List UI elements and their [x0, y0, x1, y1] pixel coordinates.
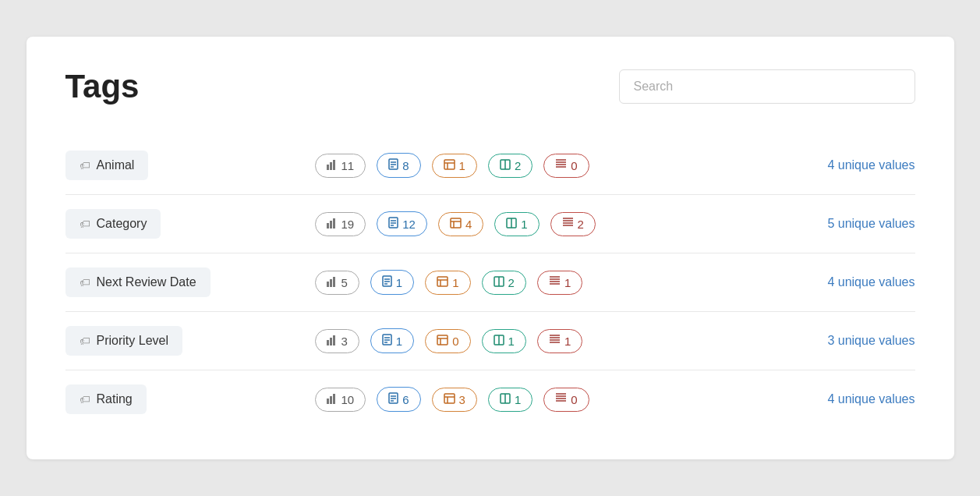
main-card: Tags 🏷Animal1181204 unique values🏷Catego… — [27, 37, 954, 459]
badge-value: 6 — [402, 393, 409, 406]
badge-value: 2 — [578, 218, 584, 231]
badge-icon — [327, 335, 338, 348]
badge-orange-animal[interactable]: 1 — [432, 154, 477, 178]
tag-button-next-review-date[interactable]: 🏷Next Review Date — [65, 267, 211, 297]
svg-rect-33 — [330, 279, 332, 287]
badge-icon — [555, 393, 567, 406]
badge-value: 1 — [459, 159, 465, 172]
search-input[interactable] — [619, 69, 915, 104]
badge-teal-next-review-date[interactable]: 2 — [482, 271, 526, 295]
svg-rect-16 — [327, 223, 329, 229]
badge-orange-priority-level[interactable]: 0 — [425, 329, 470, 353]
badge-teal-animal[interactable]: 2 — [488, 154, 532, 178]
badge-gray-animal[interactable]: 11 — [315, 154, 366, 178]
badge-icon — [450, 218, 462, 231]
page-header: Tags — [65, 68, 915, 105]
badges-col: 106310 — [315, 387, 791, 412]
badge-value: 2 — [515, 159, 521, 172]
svg-rect-1 — [330, 162, 332, 170]
unique-values-category[interactable]: 5 unique values — [791, 217, 915, 231]
tag-icon: 🏷 — [80, 335, 90, 347]
tag-button-rating[interactable]: 🏷Rating — [65, 384, 147, 414]
badge-value: 1 — [396, 276, 402, 289]
badge-value: 5 — [341, 276, 348, 289]
svg-rect-39 — [437, 277, 448, 286]
badge-red-next-review-date[interactable]: 1 — [537, 271, 582, 295]
tag-label: Rating — [97, 392, 133, 406]
badge-teal-priority-level[interactable]: 1 — [482, 329, 526, 353]
badge-icon — [444, 393, 455, 406]
badge-gray-category[interactable]: 19 — [315, 212, 366, 236]
badge-icon — [549, 335, 561, 348]
tag-label: Priority Level — [97, 334, 168, 348]
svg-rect-17 — [330, 221, 332, 229]
badge-icon — [327, 276, 338, 289]
badge-red-priority-level[interactable]: 1 — [537, 329, 582, 353]
unique-values-priority-level[interactable]: 3 unique values — [791, 334, 915, 348]
badge-icon — [437, 335, 448, 348]
svg-rect-23 — [451, 218, 461, 228]
badge-icon — [437, 276, 448, 289]
badge-blue-rating[interactable]: 6 — [377, 387, 420, 412]
badge-icon — [327, 159, 338, 172]
tag-button-priority-level[interactable]: 🏷Priority Level — [65, 326, 182, 356]
badge-icon — [555, 159, 567, 172]
svg-rect-32 — [327, 282, 329, 287]
badge-orange-category[interactable]: 4 — [438, 212, 483, 236]
tag-label: Next Review Date — [97, 275, 196, 289]
badge-blue-priority-level[interactable]: 1 — [370, 328, 414, 353]
unique-values-next-review-date[interactable]: 4 unique values — [791, 275, 915, 289]
badge-value: 3 — [341, 335, 348, 348]
badge-red-rating[interactable]: 0 — [543, 388, 589, 412]
badge-red-category[interactable]: 2 — [550, 212, 596, 236]
badge-value: 8 — [402, 159, 409, 172]
badge-value: 3 — [459, 393, 465, 406]
unique-values-rating[interactable]: 4 unique values — [791, 392, 915, 406]
badge-teal-category[interactable]: 1 — [494, 212, 539, 236]
badge-value: 19 — [341, 218, 355, 231]
tags-list: 🏷Animal1181204 unique values🏷Category191… — [65, 136, 915, 428]
badges-col: 51121 — [315, 270, 791, 295]
svg-rect-66 — [333, 394, 335, 404]
tag-label-col: 🏷Next Review Date — [65, 267, 315, 297]
tag-label: Animal — [97, 158, 135, 172]
tag-label-col: 🏷Priority Level — [65, 326, 315, 356]
badge-icon — [500, 159, 511, 172]
tag-button-animal[interactable]: 🏷Animal — [65, 151, 149, 180]
badge-gray-rating[interactable]: 10 — [315, 388, 366, 412]
svg-rect-48 — [327, 340, 329, 345]
svg-rect-65 — [330, 396, 332, 404]
svg-rect-50 — [333, 335, 335, 345]
badge-teal-rating[interactable]: 1 — [488, 388, 532, 412]
badge-red-animal[interactable]: 0 — [543, 154, 589, 178]
badges-col: 31011 — [315, 328, 791, 353]
svg-rect-64 — [327, 399, 329, 404]
badge-blue-animal[interactable]: 8 — [377, 153, 420, 178]
badge-blue-category[interactable]: 12 — [377, 211, 427, 236]
svg-rect-49 — [330, 338, 332, 345]
badge-value: 4 — [465, 218, 472, 231]
badge-value: 10 — [341, 393, 355, 406]
badge-value: 1 — [452, 276, 458, 289]
tag-button-category[interactable]: 🏷Category — [65, 209, 161, 239]
badge-gray-priority-level[interactable]: 3 — [315, 329, 359, 353]
page-title: Tags — [65, 68, 140, 105]
badges-col: 1912412 — [315, 211, 791, 236]
badge-value: 0 — [571, 393, 577, 406]
badge-icon — [562, 218, 574, 231]
badge-value: 1 — [564, 276, 571, 289]
badge-value: 0 — [452, 335, 458, 348]
badge-value: 1 — [521, 218, 527, 231]
badge-value: 12 — [402, 218, 416, 231]
tag-label-col: 🏷Category — [65, 209, 315, 239]
badge-icon — [549, 276, 561, 289]
badge-gray-next-review-date[interactable]: 5 — [315, 271, 359, 295]
badges-col: 118120 — [315, 153, 791, 178]
badge-value: 1 — [396, 335, 402, 348]
badge-orange-next-review-date[interactable]: 1 — [425, 271, 470, 295]
badge-orange-rating[interactable]: 3 — [432, 388, 477, 412]
badge-icon — [500, 393, 511, 406]
badge-blue-next-review-date[interactable]: 1 — [370, 270, 414, 295]
unique-values-animal[interactable]: 4 unique values — [791, 158, 915, 172]
svg-rect-55 — [437, 335, 448, 345]
